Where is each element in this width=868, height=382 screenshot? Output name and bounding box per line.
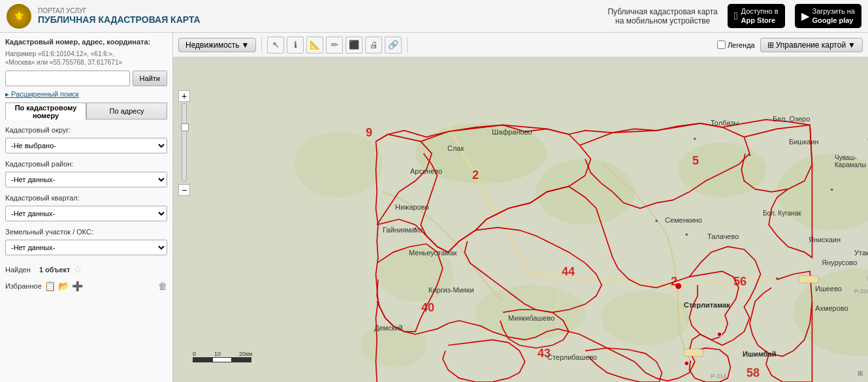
map-area[interactable]: Недвижимость ▼ ↖ ℹ 📐 ✏ ⬛ 🖨 🔗 Легенда ⊞ У… — [173, 33, 868, 382]
header: ⚜ ПОРТАЛ УСЛУГ ПУБЛИЧНАЯ КАДАСТРОВАЯ КАР… — [0, 0, 868, 33]
town-yaniskayin: Янискаин — [809, 236, 841, 244]
zoom-handle[interactable] — [181, 123, 189, 131]
svg-point-26 — [686, 234, 688, 236]
svg-rect-17 — [684, 349, 703, 357]
legend-checkbox-label[interactable]: Легенда — [717, 40, 755, 49]
rayon-row: -Нет данных- — [5, 172, 167, 187]
town-yanurusovo: Янурусово — [822, 259, 857, 266]
header-left: ⚜ ПОРТАЛ УСЛУГ ПУБЛИЧНАЯ КАДАСТРОВАЯ КАР… — [7, 4, 201, 29]
district-number-5: 5 — [692, 154, 699, 168]
portal-title: ПУБЛИЧНАЯ КАДАСТРОВАЯ КАРТА — [38, 14, 201, 25]
star-icon[interactable]: ☆ — [73, 263, 82, 276]
result-row: Найден 1 объект ☆ — [5, 263, 167, 276]
scale-label-20: 20км — [239, 351, 252, 357]
map-canvas[interactable]: + − — [173, 57, 868, 382]
town-miyakib: Миякибашево — [508, 314, 555, 322]
property-type-button[interactable]: Недвижимость ▼ — [178, 38, 256, 52]
fav-add-icon[interactable]: ➕ — [72, 281, 83, 291]
draw-tool-button[interactable]: ✏ — [326, 37, 343, 54]
search-tabs: По кадастровому номеру По адресу — [5, 103, 167, 119]
ruler-tool-button[interactable]: 📐 — [306, 37, 323, 54]
main-layout: Кадастровый номер, адрес, координата: На… — [0, 33, 868, 382]
okrug-select[interactable]: -Не выбрано- — [5, 138, 167, 153]
scale-label-0: 0 — [193, 351, 196, 357]
portal-label: ПОРТАЛ УСЛУГ — [38, 7, 201, 14]
scale-label-10: 10 — [214, 351, 221, 357]
svg-line-15 — [673, 285, 700, 378]
map-svg — [173, 82, 868, 382]
zoom-out-button[interactable]: − — [178, 184, 190, 196]
city-ishimbay: Ишимбай — [743, 350, 777, 358]
info-tool-button[interactable]: ℹ — [287, 37, 304, 54]
search-label: Кадастровый номер, адрес, координата: — [5, 38, 167, 46]
manage-map-label: Управление картой — [776, 40, 846, 50]
toolbar-separator-1 — [261, 37, 262, 53]
town-chuvash: Чуваш-Карамалы — [835, 154, 868, 168]
legend-checkbox[interactable] — [717, 40, 726, 49]
town-isheevo: Ишеево — [815, 285, 842, 293]
apple-icon:  — [734, 10, 738, 22]
manage-map-chevron: ▼ — [848, 40, 856, 50]
print-tool-button[interactable]: 🖨 — [365, 37, 382, 54]
town-gainiyamak: Гайниямако — [383, 226, 423, 234]
svg-point-19 — [717, 332, 722, 337]
town-menyeustamak: Меньеустамак — [409, 249, 457, 257]
manage-map-button[interactable]: ⊞ Управление картой ▼ — [760, 38, 863, 52]
cursor-tool-button[interactable]: ↖ — [267, 37, 284, 54]
tab-address[interactable]: По адресу — [86, 103, 167, 119]
zoom-in-button[interactable]: + — [178, 90, 190, 102]
district-number-58: 58 — [747, 366, 760, 380]
layer-tool-button[interactable]: ⬛ — [346, 37, 362, 54]
town-semenkino: Семенкино — [665, 216, 702, 224]
mobile-text: Публичная кадастровая картана мобильном … — [607, 7, 717, 25]
uchastok-row: -Нет данных- — [5, 240, 167, 255]
svg-point-6 — [475, 285, 585, 340]
town-arseneovo: Арсенево — [410, 167, 442, 175]
googleplay-button[interactable]: ▶ Загрузить наGoogle play — [795, 4, 861, 27]
favorites-label: Избранное — [5, 282, 42, 290]
svg-point-25 — [655, 220, 657, 222]
svg-point-2 — [536, 159, 634, 225]
kvartal-select[interactable]: -Нет данных- — [5, 206, 167, 221]
svg-point-3 — [679, 142, 766, 197]
zoom-slider[interactable] — [182, 103, 187, 182]
district-number-40: 40 — [421, 301, 434, 315]
district-number-56: 56 — [733, 275, 747, 289]
googleplay-label: Загрузить наGoogle play — [812, 7, 855, 24]
tab-cadastral-number[interactable]: По кадастровому номеру — [5, 103, 86, 119]
property-type-label: Недвижимость — [185, 40, 240, 50]
link-tool-button[interactable]: 🔗 — [385, 37, 402, 54]
uchastok-select[interactable]: -Нет данных- — [5, 240, 167, 255]
fav-export-icon[interactable]: 📋 — [44, 281, 56, 291]
favorites-row: Избранное 📋 📂 ➕ 🗑 — [5, 281, 167, 291]
town-bol-kuganak: Бол. Куганак — [763, 210, 801, 217]
svg-point-20 — [684, 361, 689, 366]
appstore-button[interactable]:  Доступно вApp Store — [728, 4, 785, 27]
left-panel: Кадастровый номер, адрес, координата: На… — [0, 33, 173, 382]
fav-trash-icon[interactable]: 🗑 — [158, 281, 167, 291]
search-hint: Например «61:6:10104:12», «61:6:»,«Москв… — [5, 50, 167, 67]
town-demsky: Демский — [374, 324, 403, 332]
result-prefix: Найден — [5, 266, 31, 274]
search-input[interactable] — [5, 71, 130, 86]
town-bishkain: Бишкаин — [789, 138, 819, 146]
advanced-search-link[interactable]: ▸ Расширенный поиск — [5, 90, 167, 99]
uchastok-label: Земельный участок / ОКС: — [5, 228, 167, 236]
map-attribution[interactable]: ⊞ — [858, 370, 863, 377]
svg-line-12 — [530, 274, 673, 285]
district-number-2a: 2 — [472, 168, 479, 182]
town-nizharovo: Нижарово — [395, 203, 429, 211]
map-layers-icon: ⊞ — [767, 40, 774, 50]
fav-import-icon[interactable]: 📂 — [58, 281, 69, 291]
scale-line — [193, 357, 251, 362]
rayon-select[interactable]: -Нет данных- — [5, 172, 167, 187]
svg-point-7 — [602, 291, 689, 345]
scale-bar: 0 10 20км — [193, 351, 252, 362]
search-button[interactable]: Найти — [133, 71, 167, 86]
search-row: Найти — [5, 71, 167, 86]
town-shafranovo: Шафраново — [492, 128, 532, 136]
chevron-down-icon: ▼ — [242, 40, 249, 50]
okrug-label: Кадастровый округ: — [5, 126, 167, 134]
scale-labels: 0 10 20км — [193, 351, 252, 357]
town-sterlib: Стерлибашево — [547, 353, 597, 361]
